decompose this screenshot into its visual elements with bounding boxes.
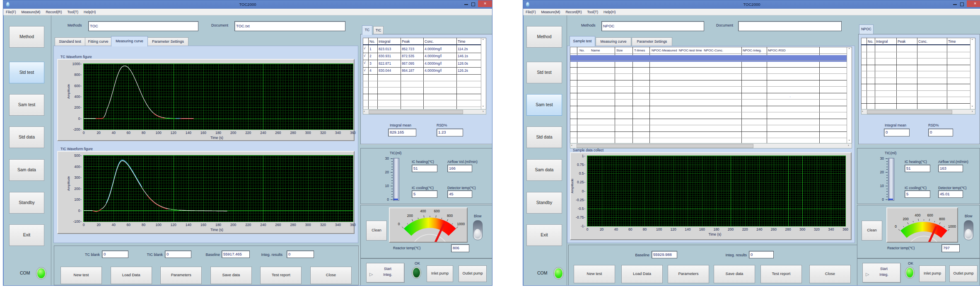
svg-text:600: 600 [434,209,440,213]
svg-text:400: 400 [420,209,426,213]
svg-text:0: 0 [895,224,897,229]
svg-text:1000: 1000 [948,224,956,229]
svg-text:600: 600 [927,213,933,217]
svg-text:400: 400 [915,213,920,217]
svg-text:800: 800 [447,214,453,218]
svg-text:800: 800 [939,217,945,221]
svg-text:1000: 1000 [457,222,465,226]
svg-text:200: 200 [407,214,413,218]
svg-text:0: 0 [398,222,400,226]
svg-text:200: 200 [903,217,909,221]
